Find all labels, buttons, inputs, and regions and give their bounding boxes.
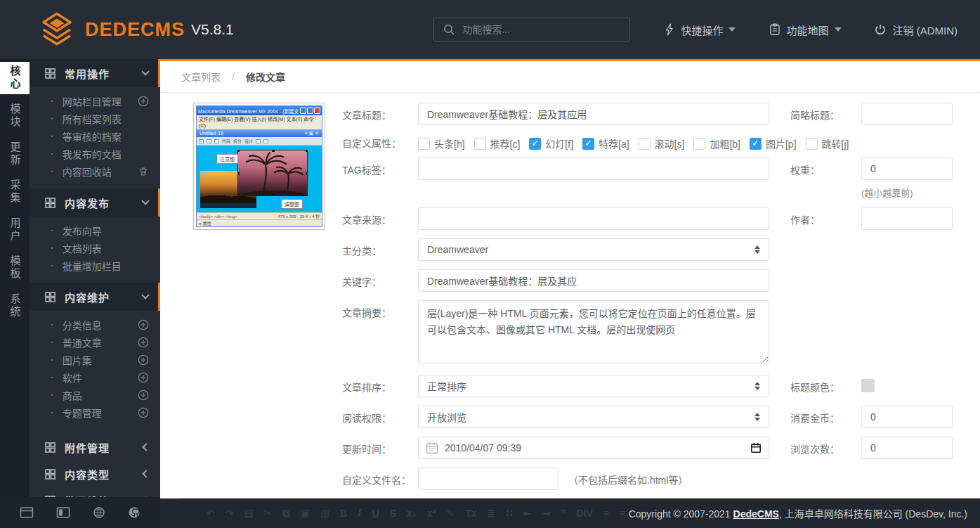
selection-handle[interactable]: [237, 150, 240, 152]
checkbox-slideshow[interactable]: 幻灯[f]: [529, 136, 573, 150]
checkbox-headline[interactable]: 头条[h]: [418, 136, 465, 150]
function-map-menu[interactable]: 功能地图: [769, 22, 841, 37]
plus-circle-icon[interactable]: [138, 96, 149, 107]
checkbox-jump[interactable]: 跳转[j]: [806, 136, 849, 150]
article-summary-textarea[interactable]: 层(Layer)是一种 HTML 页面元素，您可以将它定位在页面上的任意位置。层…: [418, 300, 769, 363]
section-content-publishing[interactable]: 内容发布: [30, 188, 160, 217]
custom-filename-input[interactable]: [418, 468, 558, 490]
section-common-operations[interactable]: 常用操作: [30, 59, 160, 87]
checkbox-recommend[interactable]: 推荐[c]: [474, 136, 521, 150]
checkbox-image[interactable]: 图片[p]: [750, 136, 797, 150]
editor-tool-icon[interactable]: ✎: [446, 508, 455, 519]
editor-tool-icon[interactable]: ✂: [264, 508, 273, 519]
checkbox-icon[interactable]: [806, 138, 818, 150]
checkbox-icon[interactable]: [474, 138, 486, 150]
calendar-picker-icon[interactable]: [750, 442, 762, 453]
editor-tool-icon[interactable]: ▣: [300, 508, 309, 519]
sidebar-item-normal-article[interactable]: · 普通文章: [30, 333, 160, 351]
checkbox-icon[interactable]: [529, 138, 541, 150]
editor-tool-icon[interactable]: ∷: [506, 508, 513, 519]
sidebar-item-product[interactable]: · 商品: [30, 386, 160, 404]
editor-tool-icon[interactable]: ▤: [244, 508, 253, 519]
window-icon[interactable]: [20, 506, 34, 519]
consume-coins-input[interactable]: [861, 406, 953, 428]
sidebar-item-all-archives-list[interactable]: · 所有档案列表: [30, 110, 160, 127]
section-attachment-management[interactable]: 附件管理: [30, 434, 160, 461]
editor-tool-icon[interactable]: ↶: [207, 508, 215, 519]
checkbox-special-recommend[interactable]: 特荐[a]: [582, 136, 629, 150]
sidebar-item-software[interactable]: · 软件: [30, 368, 160, 386]
sidebar-item-document-list[interactable]: · 文档列表: [30, 239, 160, 257]
editor-tool-icon[interactable]: ⇥: [542, 508, 551, 519]
editor-tool-icon[interactable]: S: [390, 508, 396, 519]
editor-tool-icon[interactable]: I: [358, 508, 361, 519]
sidebar-item-topic-management[interactable]: · 专题管理: [30, 404, 160, 421]
update-time-picker[interactable]: 2010/04/07 09:39: [418, 437, 769, 459]
keywords-input[interactable]: [418, 269, 769, 292]
section-content-maintenance[interactable]: 内容维护: [30, 283, 160, 311]
article-source-input[interactable]: [418, 207, 769, 230]
editor-tool-icon[interactable]: U: [372, 508, 379, 519]
editor-tool-icon[interactable]: DIV: [576, 508, 592, 519]
author-input[interactable]: [861, 207, 953, 230]
logout-button[interactable]: 注销 (ADMIN): [874, 22, 958, 37]
brand[interactable]: DEDECMS V5.8.1: [39, 11, 234, 48]
plus-circle-icon[interactable]: [138, 337, 149, 348]
checkbox-icon[interactable]: [750, 138, 762, 150]
plus-circle-icon[interactable]: [138, 372, 149, 383]
title-color-swatch[interactable]: [861, 379, 875, 392]
article-sort-select[interactable]: 正常排序: [418, 375, 769, 397]
checkbox-icon[interactable]: [693, 138, 705, 150]
editor-tool-icon[interactable]: ⧉: [282, 508, 289, 520]
search-input[interactable]: [462, 24, 617, 35]
globe-icon[interactable]: [93, 506, 105, 519]
editor-tool-icon[interactable]: x²: [427, 508, 436, 519]
function-search[interactable]: [433, 18, 630, 41]
tab-update[interactable]: 更新: [0, 138, 30, 170]
editor-tool-icon[interactable]: ≡: [603, 508, 609, 519]
breadcrumb-article-list[interactable]: 文章列表: [181, 70, 221, 84]
tab-core[interactable]: 核心: [0, 62, 30, 94]
editor-tool-icon[interactable]: ≡: [620, 508, 625, 519]
plus-circle-icon[interactable]: [138, 354, 149, 366]
plus-circle-icon[interactable]: [138, 407, 149, 418]
selection-handle[interactable]: [237, 172, 240, 175]
read-access-select[interactable]: 开放浏览: [418, 406, 769, 428]
tab-modules[interactable]: 模块: [0, 100, 30, 132]
plus-circle-icon[interactable]: [138, 389, 149, 401]
checkbox-icon[interactable]: [639, 138, 651, 150]
editor-tool-icon[interactable]: ⇤: [523, 508, 532, 519]
checkbox-scroll[interactable]: 滚动[s]: [639, 136, 685, 150]
view-count-input[interactable]: [861, 437, 953, 459]
editor-tool-icon[interactable]: ”: [561, 508, 566, 519]
section-content-type[interactable]: 内容类型: [30, 461, 160, 487]
sidebar-item-pending-review-archives[interactable]: · 等审核的档案: [30, 127, 160, 145]
selection-handle[interactable]: [272, 150, 275, 152]
sidebar-item-content-recycle-bin[interactable]: · 内容回收站: [30, 162, 160, 180]
quick-actions-menu[interactable]: 快捷操作: [664, 22, 736, 37]
article-thumbnail[interactable]: Macromedia Dreamweaver MX 2004 - [新建文档 (…: [193, 103, 325, 230]
article-title-input[interactable]: [418, 103, 769, 125]
editor-tool-icon[interactable]: B: [340, 508, 347, 519]
sidebar-item-my-published-docs[interactable]: · 我发布的文档: [30, 145, 160, 162]
tab-templates[interactable]: 模板: [0, 252, 30, 284]
tag-input[interactable]: [418, 157, 769, 180]
sidebar-item-image-gallery[interactable]: · 图片集: [30, 351, 160, 368]
sidebar-item-publish-wizard[interactable]: · 发布向导: [30, 221, 160, 239]
checkbox-bold[interactable]: 加粗[b]: [693, 136, 740, 150]
layout-toggle-icon[interactable]: [56, 506, 70, 519]
checkbox-icon[interactable]: [582, 138, 594, 150]
main-category-select[interactable]: Dreamweaver: [418, 238, 769, 261]
short-title-input[interactable]: [861, 103, 953, 125]
trash-icon[interactable]: [138, 166, 149, 177]
weight-input[interactable]: [861, 157, 953, 180]
sidebar-item-batch-add-columns[interactable]: · 批量增加栏目: [30, 257, 160, 274]
checkbox-icon[interactable]: [418, 138, 430, 150]
tab-users[interactable]: 用户: [0, 214, 30, 246]
editor-tool-icon[interactable]: ≣: [488, 508, 496, 519]
editor-tool-icon[interactable]: Tx: [465, 508, 476, 519]
sidebar-item-website-column-management[interactable]: · 网站栏目管理: [30, 92, 160, 110]
sidebar-item-classified-info[interactable]: · 分类信息: [30, 316, 160, 333]
github-icon[interactable]: [128, 506, 141, 519]
tab-collect[interactable]: 采集: [0, 176, 30, 208]
